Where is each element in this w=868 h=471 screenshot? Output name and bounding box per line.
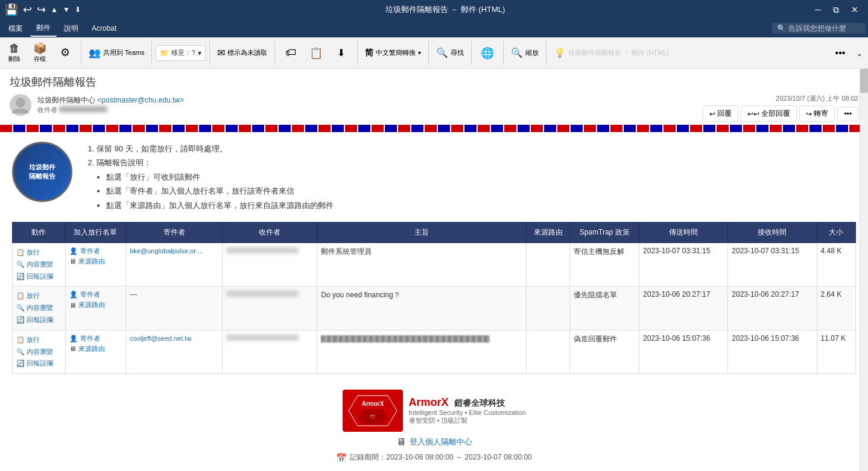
reply-all-button[interactable]: ↩↩ 全部回覆 bbox=[741, 106, 797, 122]
menu-mail[interactable]: 郵件 bbox=[30, 21, 57, 37]
chinese-chevron-icon: ▾ bbox=[418, 49, 421, 56]
row2-recv-time: 2023-10-06 20:27:17 bbox=[728, 286, 817, 330]
toolbar-divider-4 bbox=[274, 41, 275, 65]
menu-file[interactable]: 檔案 bbox=[2, 21, 29, 36]
reply-button[interactable]: ↩ 回覆 bbox=[703, 106, 738, 122]
row1-sender-allow: 👤 寄件者 bbox=[69, 247, 122, 256]
row3-recv-time: 2023-10-06 15:07:36 bbox=[728, 330, 817, 373]
more-tag-button[interactable]: ⬇ bbox=[329, 39, 353, 68]
row1-release-link[interactable]: 📋 放行 bbox=[16, 247, 62, 259]
toolbar: 🗑 刪除 📦 存檔 ⚙ 👥 共用到 Teams 📁 移至：? ▾ ✉ 標示為未讀… bbox=[0, 37, 868, 69]
translate-button[interactable]: 🌐 bbox=[475, 39, 499, 68]
footer-login-line: 🖥 登入個人隔離中心 bbox=[396, 437, 472, 447]
redo-icon[interactable]: ↪ bbox=[37, 3, 46, 16]
move-dropdown[interactable]: 📁 移至：? ▾ bbox=[156, 45, 205, 61]
row1-sender-allow-link[interactable]: 寄件者 bbox=[80, 247, 100, 256]
row3-sender-email-link[interactable]: cooljeff@seed.net.tw bbox=[130, 335, 191, 342]
instruction-list: 保留 90 天，如需放行，請即時處理。 隔離報告說明： bbox=[84, 142, 856, 170]
row1-release-icon: 📋 bbox=[16, 248, 25, 256]
archive-button[interactable]: 📦 存檔 bbox=[28, 39, 52, 68]
row3-source bbox=[527, 330, 570, 373]
viva-label: 垃圾郵件隔離報告 － 郵件 (HTML) bbox=[568, 48, 669, 57]
logo-text-line2: 隔離報告 bbox=[29, 172, 55, 181]
undo-icon[interactable]: ↩ bbox=[23, 3, 32, 16]
tag-button[interactable]: 🏷 bbox=[279, 39, 303, 68]
viva-insights-button[interactable]: 💡 垃圾郵件隔離報告 － 郵件 (HTML) bbox=[550, 45, 673, 60]
chinese-convert-button[interactable]: 简 中文繁簡轉換 ▾ bbox=[361, 43, 425, 63]
col-recipient: 收件者 bbox=[222, 222, 317, 242]
close-button[interactable]: ✕ bbox=[846, 0, 863, 19]
row3-preview-link[interactable]: 🔍 內容瀏覽 bbox=[16, 346, 62, 358]
save-icon[interactable]: 💾 bbox=[5, 3, 18, 16]
more-toolbar-button[interactable]: ••• bbox=[828, 39, 852, 68]
row3-subject bbox=[317, 330, 527, 373]
window-title: 垃圾郵件隔離報告 － 郵件 (HTML) bbox=[81, 4, 810, 15]
minimize-button[interactable]: ─ bbox=[810, 0, 826, 19]
row1-source-allow: 🖥 來源路由 bbox=[69, 257, 122, 266]
expand-toolbar-icon[interactable]: ⌄ bbox=[854, 46, 866, 60]
arrow-up-icon[interactable]: ▲ bbox=[51, 5, 58, 14]
toolbar-divider-5 bbox=[357, 41, 358, 65]
sub-instruction-list: 點選「放行」可收到該郵件 點選「寄件者」加入個人放行名單，放行該寄件者來信 點選… bbox=[84, 170, 856, 212]
row1-preview-link[interactable]: 🔍 內容瀏覽 bbox=[16, 259, 62, 271]
instructions: 保留 90 天，如需放行，請即時處理。 隔離報告說明： 點選「放行」可收到該郵件… bbox=[84, 142, 856, 212]
email-date-actions: 2023/10/7 (週六) 上午 08:02 ↩ 回覆 ↩↩ 全部回覆 ↪ 轉… bbox=[703, 94, 858, 122]
row2-source-allow-link[interactable]: 來源路由 bbox=[78, 300, 105, 309]
email-body: 垃圾郵件 隔離報告 保留 90 天，如需放行，請即時處理。 隔離報告說明： 點選… bbox=[0, 132, 868, 471]
toolbar-divider-6 bbox=[428, 41, 429, 65]
toolbar-divider-7 bbox=[471, 41, 472, 65]
search-icon: 🔍 bbox=[777, 24, 786, 33]
row3-actions: 📋 放行 🔍 內容瀏覽 🔄 回報誤攔 bbox=[13, 330, 66, 373]
menu-acrobat[interactable]: Acrobat bbox=[86, 22, 122, 35]
logo-text-line1: 垃圾郵件 bbox=[29, 163, 55, 172]
row2-report-link[interactable]: 🔄 回報誤攔 bbox=[16, 314, 62, 326]
expand-icon[interactable]: ⬇ bbox=[75, 5, 81, 14]
reply-all-label: 全部回覆 bbox=[761, 109, 790, 119]
row1-sender-email-link[interactable]: bke@unglobalpulse.or ... bbox=[130, 247, 203, 254]
menu-search-box[interactable]: 🔍 bbox=[772, 23, 866, 34]
row3-subject-value bbox=[321, 335, 490, 343]
row3-allowlist: 👤 寄件者 🖥 來源路由 bbox=[65, 330, 126, 373]
row1-report-link[interactable]: 🔄 回報誤攔 bbox=[16, 271, 62, 283]
row3-source-allow-link[interactable]: 來源路由 bbox=[78, 344, 105, 353]
scrollbar-right[interactable] bbox=[860, 69, 868, 471]
col-allowlist: 加入放行名單 bbox=[65, 222, 126, 242]
col-spamtrap: SpamTrap 政策 bbox=[570, 222, 639, 242]
row3-release-link[interactable]: 📋 放行 bbox=[16, 334, 62, 346]
row3-recipient bbox=[222, 330, 317, 373]
teams-button[interactable]: 👥 共用到 Teams bbox=[85, 43, 148, 63]
scrollbar-thumb[interactable] bbox=[860, 69, 868, 93]
row3-sender-allow: 👤 寄件者 bbox=[69, 334, 122, 343]
reply-all-icon: ↩↩ bbox=[747, 110, 759, 118]
login-computer-icon: 🖥 bbox=[396, 437, 406, 447]
menu-help[interactable]: 說明 bbox=[58, 21, 84, 36]
toolbar-divider-3 bbox=[209, 41, 210, 65]
row2-release-link[interactable]: 📋 放行 bbox=[16, 290, 62, 302]
col-subject: 主旨 bbox=[317, 222, 527, 242]
email-subject: 垃圾郵件隔離報告 bbox=[10, 75, 858, 89]
row1-source-allow-link[interactable]: 來源路由 bbox=[78, 257, 105, 266]
rules-button[interactable]: 📋 bbox=[304, 39, 328, 68]
row3-report-link[interactable]: 🔄 回報誤攔 bbox=[16, 358, 62, 370]
zoom-button[interactable]: 🔍 縮放 bbox=[507, 43, 542, 63]
row1-recipient-value bbox=[226, 247, 299, 253]
delete-button[interactable]: 🗑 刪除 bbox=[2, 39, 27, 68]
mark-unread-button[interactable]: ✉ 標示為未讀取 bbox=[214, 43, 271, 63]
svg-text:🛡: 🛡 bbox=[370, 414, 375, 420]
toolbar-divider-8 bbox=[503, 41, 504, 65]
ignore-button[interactable]: ⚙ bbox=[53, 39, 77, 68]
menu-search-input[interactable] bbox=[788, 24, 861, 33]
forward-button[interactable]: ↪ 轉寄 bbox=[799, 106, 835, 122]
restore-button[interactable]: ⧉ bbox=[828, 0, 844, 19]
arrow-down-icon[interactable]: ▼ bbox=[63, 5, 70, 14]
row2-preview-link[interactable]: 🔍 內容瀏覽 bbox=[16, 302, 62, 314]
zoom-label: 縮放 bbox=[525, 48, 539, 57]
more-actions-button[interactable]: ••• bbox=[837, 107, 858, 121]
email-meta: 垃圾郵件隔離中心 <postmaster@chu.edu.tw> 收件者 bbox=[10, 94, 184, 116]
email-footer: ArmorX 🛡 ArmorX 鎧睿全球科技 Intelligent Secur… bbox=[12, 384, 856, 469]
row2-size: 2.64 K bbox=[817, 286, 855, 330]
row3-sender-allow-link[interactable]: 寄件者 bbox=[80, 334, 100, 343]
search-button[interactable]: 🔍 尋找 bbox=[432, 43, 467, 63]
login-link[interactable]: 登入個人隔離中心 bbox=[410, 437, 472, 447]
row2-sender-allow-link[interactable]: 寄件者 bbox=[80, 290, 100, 299]
